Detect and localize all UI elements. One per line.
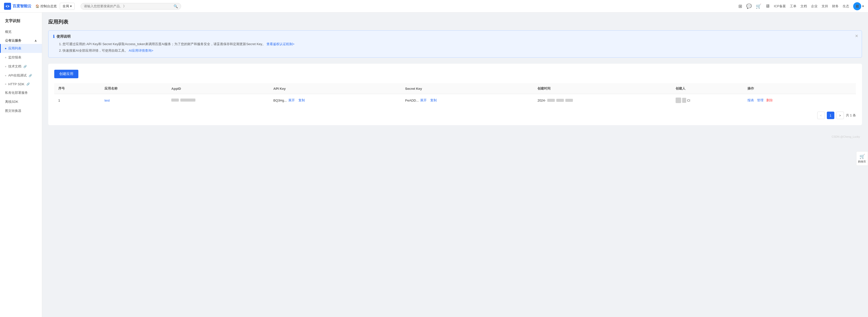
app-name-link[interactable]: test (104, 99, 110, 102)
sidebar-item-overview[interactable]: 概览 (0, 27, 42, 36)
page-title: 应用列表 (48, 19, 862, 25)
cart-icon[interactable]: 🛒 (756, 3, 761, 9)
action-delete-link[interactable]: 删除 (766, 98, 773, 102)
ticket-link[interactable]: 工单 (790, 4, 797, 8)
dot-icon (5, 57, 6, 58)
enterprise-link[interactable]: 企业 (811, 4, 817, 8)
date-mask-3 (565, 99, 573, 102)
page-1-button[interactable]: 1 (827, 112, 834, 119)
docs-link[interactable]: 文档 (800, 4, 807, 8)
secretkey-value: PeADD... 展开 复制 (405, 98, 439, 103)
apikey-expand-link[interactable]: 展开 (288, 98, 295, 103)
col-created: 创建时间 (533, 83, 671, 94)
cell-created: 2024- (533, 94, 671, 107)
sidebar-title: 文字识别 (0, 16, 42, 27)
main-content: 应用列表 ℹ 使用说明 1. 您可通过应用的 API Key和 Secret K… (42, 12, 868, 317)
search-bar[interactable]: 🔍 (81, 3, 181, 9)
action-manage-link[interactable]: 管理 (757, 98, 764, 102)
user-menu[interactable]: 超 ▾ (853, 2, 864, 10)
grid-icon[interactable]: ⊞ (738, 3, 742, 9)
search-input[interactable] (84, 4, 174, 8)
scope-selector[interactable]: 全局 ▾ (60, 3, 74, 10)
action-report-link[interactable]: 报表 (747, 98, 754, 102)
float-right-panel: 🛒 购物车 (856, 151, 868, 166)
sidebar-item-private-deploy[interactable]: 私有化部署服务 (0, 88, 42, 97)
close-icon[interactable]: ✕ (855, 34, 858, 38)
main-layout: 文字识别 概览 公有云服务 ∧ 应用列表 监控报表 技术文档 🔗 API在线调试… (0, 12, 868, 317)
finance-link[interactable]: 财务 (832, 4, 839, 8)
sidebar-item-monitor[interactable]: 监控报表 (0, 53, 42, 62)
top-nav: 百度智能云 🏠 控制台总览 全局 ▾ 🔍 ⊞ 💬 🛒 🖥 ICP备案 工单 文档… (0, 0, 868, 12)
app-query-link[interactable]: AI应用详情查询> (129, 49, 153, 52)
secretkey-copy-link[interactable]: 复制 (430, 98, 437, 103)
col-secretkey: Secret Key (401, 83, 533, 94)
sidebar-item-api-debug[interactable]: API在线调试 🔗 (0, 71, 42, 80)
external-link-icon: 🔗 (26, 82, 30, 86)
dot-icon (5, 75, 6, 76)
info-box-body: 1. 您可通过应用的 API Key和 Secret Key获取Access_t… (53, 41, 857, 54)
appid-value (171, 99, 195, 102)
svg-point-1 (7, 5, 8, 7)
table-header-row: 序号 应用名称 AppID API Key Secret Key 创建时间 创建… (54, 83, 856, 94)
col-action: 操作 (743, 83, 856, 94)
cell-appid (167, 94, 269, 107)
apikey-value: BQ3Hg... 展开 复制 (273, 98, 307, 103)
creator-avatar (676, 98, 681, 103)
cell-actions: 报表 管理 删除 (743, 94, 856, 107)
search-icon: 🔍 (174, 4, 178, 8)
date-mask-1 (547, 99, 555, 102)
col-apikey: API Key (269, 83, 401, 94)
message-icon[interactable]: 💬 (746, 3, 752, 9)
next-page-button[interactable]: > (836, 112, 844, 119)
shopping-cart-icon: 🛒 (860, 154, 865, 159)
home-icon: 🏠 (35, 4, 39, 8)
info-icon: ℹ (53, 34, 55, 39)
page-total: 共 1 条 (846, 113, 856, 118)
col-creator: 创建人 (672, 83, 743, 94)
chevron-down-icon: ▾ (70, 4, 72, 8)
col-index: 序号 (54, 83, 100, 94)
sidebar-item-app-list[interactable]: 应用列表 (0, 44, 42, 53)
dot-icon (5, 66, 6, 67)
float-cart-item[interactable]: 🛒 购物车 (858, 154, 866, 164)
app-table: 序号 应用名称 AppID API Key Secret Key 创建时间 创建… (54, 83, 856, 119)
created-value: 2024- (537, 99, 573, 102)
info-line-1: 1. 您可通过应用的 API Key和 Secret Key获取Access_t… (59, 41, 857, 47)
info-box-header: ℹ 使用说明 (53, 34, 857, 39)
content-card: 创建应用 序号 应用名称 AppID API Key Secret Key 创建… (48, 64, 862, 125)
external-link-icon: 🔗 (23, 65, 27, 68)
chevron-up-icon: ∧ (34, 39, 37, 43)
secretkey-expand-link[interactable]: 展开 (420, 98, 427, 103)
creator-label: Cl (687, 99, 690, 102)
sidebar-item-image-converter[interactable]: 图文转换器 (0, 106, 42, 115)
cell-apikey: BQ3Hg... 展开 复制 (269, 94, 401, 107)
cell-index: 1 (54, 94, 100, 107)
logo[interactable]: 百度智能云 (4, 3, 31, 10)
logo-icon (4, 3, 11, 10)
creator-info: Cl (676, 98, 739, 103)
sidebar-item-tech-docs[interactable]: 技术文档 🔗 (0, 62, 42, 71)
table-row: 1 test (54, 94, 856, 107)
avatar[interactable]: 超 (853, 2, 861, 10)
appid-mask-2 (180, 99, 195, 102)
apikey-copy-link[interactable]: 复制 (299, 98, 305, 103)
support-link[interactable]: 支持 (822, 4, 828, 8)
control-overview[interactable]: 🏠 控制台总览 (35, 4, 57, 8)
sidebar: 文字识别 概览 公有云服务 ∧ 应用列表 监控报表 技术文档 🔗 API在线调试… (0, 12, 42, 317)
appid-mask-1 (171, 99, 179, 102)
external-link-icon: 🔗 (29, 74, 32, 77)
user-chevron-icon: ▾ (862, 4, 864, 8)
icp-link[interactable]: ICP备案 (774, 4, 786, 8)
footer-note: CSDN @Cheng_Lucky (48, 135, 862, 138)
sidebar-item-offline-sdk[interactable]: 离线SDK (0, 97, 42, 106)
monitor-icon[interactable]: 🖥 (765, 3, 770, 9)
pagination: < 1 > 共 1 条 (54, 112, 856, 119)
create-app-button[interactable]: 创建应用 (54, 70, 79, 78)
eco-link[interactable]: 生态 (843, 4, 849, 8)
auth-link[interactable]: 查看鉴权认证机制> (267, 42, 294, 46)
cell-creator: Cl (672, 94, 743, 107)
sidebar-section-public-cloud[interactable]: 公有云服务 ∧ (0, 36, 42, 44)
sidebar-item-http-sdk[interactable]: HTTP SDK 🔗 (0, 80, 42, 88)
prev-page-button[interactable]: < (817, 112, 825, 119)
active-dot (5, 48, 6, 49)
